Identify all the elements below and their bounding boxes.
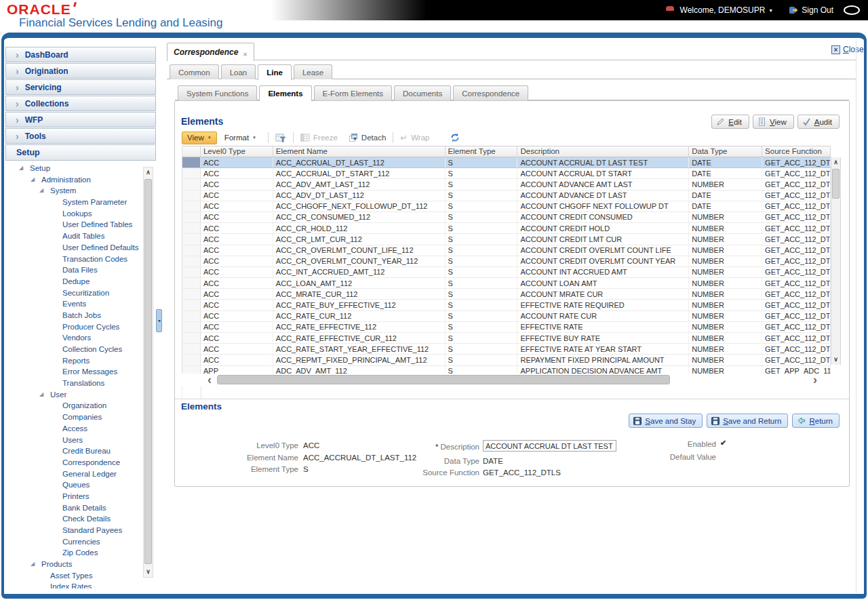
view-menu-button[interactable]: View ▼ bbox=[182, 132, 217, 144]
enabled-check-icon[interactable]: ✔ bbox=[720, 439, 726, 447]
wrap-button[interactable]: ↵ Wrap bbox=[400, 133, 429, 143]
tree-node-asset-types[interactable]: Asset Types bbox=[5, 570, 143, 582]
row-selector-cell[interactable] bbox=[182, 223, 201, 233]
scroll-down-icon[interactable]: ∨ bbox=[831, 355, 840, 365]
row-selector-cell[interactable] bbox=[182, 322, 201, 332]
table-row[interactable]: ACCACC_CR_LMT_CUR_112SACCOUNT CREDIT LMT… bbox=[182, 234, 831, 245]
column-header[interactable]: Description bbox=[517, 146, 689, 157]
tree-node-events[interactable]: Events bbox=[5, 298, 143, 310]
row-selector-cell[interactable] bbox=[182, 366, 201, 374]
tree-node-data-files[interactable]: Data Files bbox=[5, 264, 143, 276]
table-row[interactable]: ACCACC_ACCRUAL_DT_START_112SACCOUNT ACCR… bbox=[182, 168, 831, 179]
table-horizontal-scrollbar[interactable]: ‹ › bbox=[182, 374, 831, 386]
sidebar-item-setup[interactable]: Setup bbox=[5, 144, 156, 161]
sidebar-item-wfp[interactable]: ›WFP bbox=[5, 112, 156, 127]
column-header[interactable]: Element Type bbox=[446, 146, 518, 157]
row-selector-cell[interactable] bbox=[182, 300, 201, 310]
table-row[interactable]: ACCACC_CR_OVERLMT_COUNT_YEAR_112SACCOUNT… bbox=[182, 256, 831, 267]
table-row[interactable]: ACCACC_CR_HOLD_112SACCOUNT CREDIT HOLDNU… bbox=[182, 223, 831, 234]
tree-node-user-defined-tables[interactable]: User Defined Tables bbox=[5, 219, 143, 231]
tree-node-collection-cycles[interactable]: Collection Cycles bbox=[5, 344, 143, 355]
tree-node-general-ledger[interactable]: General Ledger bbox=[5, 468, 143, 480]
column-header[interactable]: Element Name bbox=[273, 146, 446, 157]
scroll-down-icon[interactable]: ∨ bbox=[144, 567, 153, 577]
table-row[interactable]: APPADC_ADV_AMT_112SAPPLICATION DECISION … bbox=[182, 366, 831, 374]
sidebar-scrollbar-thumb[interactable] bbox=[144, 179, 152, 564]
table-vscroll-thumb[interactable] bbox=[832, 169, 840, 199]
table-row[interactable]: ACCACC_RATE_BUY_EFFECTIVE_112SEFFECTIVE … bbox=[182, 300, 831, 311]
expanded-triangle-icon[interactable]: ◢ bbox=[19, 163, 23, 174]
welcome-menu[interactable]: Welcome, DEMOSUPR ▼ bbox=[680, 5, 774, 15]
subtab-documents[interactable]: Documents bbox=[394, 85, 451, 100]
table-row[interactable]: ACCACC_CHGOFF_NEXT_FOLLOWUP_DT_112SACCOU… bbox=[182, 201, 831, 212]
row-selector-cell[interactable] bbox=[182, 267, 201, 277]
tree-node-bank-details[interactable]: Bank Details bbox=[5, 502, 143, 514]
row-selector-cell[interactable] bbox=[182, 201, 201, 212]
sidebar-item-servicing[interactable]: ›Servicing bbox=[5, 79, 156, 95]
sidebar-scrollbar[interactable]: ∧ ∨ bbox=[143, 167, 153, 578]
tree-node-vendors[interactable]: Vendors bbox=[5, 332, 143, 344]
tree-node-user[interactable]: ◢User bbox=[5, 389, 143, 401]
sidebar-item-collections[interactable]: ›Collections bbox=[5, 96, 156, 111]
tree-node-standard-payees[interactable]: Standard Payees bbox=[5, 525, 143, 536]
tree-node-batch-jobs[interactable]: Batch Jobs bbox=[5, 310, 143, 321]
tab-close-icon[interactable]: × bbox=[243, 50, 247, 58]
tree-node-dedupe[interactable]: Dedupe bbox=[5, 276, 143, 287]
doc-tab-correspondence[interactable]: Correspondence × bbox=[167, 43, 254, 61]
scroll-right-icon[interactable]: › bbox=[809, 374, 821, 386]
tab-common[interactable]: Common bbox=[170, 64, 219, 79]
row-selector-cell[interactable] bbox=[182, 168, 201, 178]
row-selector-cell[interactable] bbox=[182, 157, 201, 167]
tree-node-producer-cycles[interactable]: Producer Cycles bbox=[5, 321, 143, 333]
table-row[interactable]: ACCACC_REPMT_FIXED_PRINCIPAL_AMT_112SREP… bbox=[182, 355, 831, 365]
row-selector-cell[interactable] bbox=[182, 234, 201, 244]
tree-node-index-rates[interactable]: Index Rates bbox=[5, 581, 143, 588]
expanded-triangle-icon[interactable]: ◢ bbox=[39, 185, 43, 197]
table-hscroll-thumb[interactable] bbox=[217, 375, 670, 384]
subtab-correspondence[interactable]: Correspondence bbox=[453, 85, 528, 100]
audit-button[interactable]: Audit bbox=[797, 115, 840, 129]
sidebar-item-dashboard[interactable]: ›DashBoard bbox=[5, 47, 156, 62]
table-row[interactable]: ACCACC_RATE_START_YEAR_EFFECTIVE_112SEFF… bbox=[182, 344, 831, 355]
view-button[interactable]: View bbox=[753, 115, 794, 129]
table-row[interactable]: ACCACC_LOAN_AMT_112SACCOUNT LOAN AMTNUMB… bbox=[182, 278, 831, 289]
row-selector-cell[interactable] bbox=[182, 179, 201, 189]
tree-node-error-messages[interactable]: Error Messages bbox=[5, 366, 143, 378]
tree-node-zip-codes[interactable]: Zip Codes bbox=[5, 547, 143, 559]
query-by-example-button[interactable] bbox=[275, 133, 286, 143]
tree-node-printers[interactable]: Printers bbox=[5, 491, 143, 502]
tree-node-correspondence[interactable]: Correspondence bbox=[5, 457, 143, 468]
tab-loan[interactable]: Loan bbox=[221, 64, 256, 79]
row-selector-cell[interactable] bbox=[182, 289, 201, 299]
tree-node-organization[interactable]: Organization bbox=[5, 400, 143, 412]
tree-node-lookups[interactable]: Lookups bbox=[5, 208, 143, 220]
refresh-button[interactable] bbox=[450, 132, 460, 143]
scroll-left-icon[interactable]: ‹ bbox=[203, 374, 216, 386]
table-row[interactable]: ACCACC_RATE_EFFECTIVE_CUR_112SEFFECTIVE … bbox=[182, 333, 831, 344]
table-row[interactable]: ACCACC_RATE_EFFECTIVE_112SEFFECTIVE RATE… bbox=[182, 322, 831, 333]
close-button[interactable]: × Close bbox=[831, 45, 864, 54]
tree-node-securitization[interactable]: Securitization bbox=[5, 287, 143, 299]
tree-node-system[interactable]: ◢System bbox=[5, 185, 143, 197]
table-row[interactable]: ACCACC_ACCRUAL_DT_LAST_112SACCOUNT ACCRU… bbox=[182, 157, 831, 168]
sidebar-item-origination[interactable]: ›Origination bbox=[5, 63, 156, 79]
tree-node-reports[interactable]: Reports bbox=[5, 355, 143, 367]
sign-out-button[interactable]: Sign Out bbox=[789, 5, 833, 15]
save-and-stay-button[interactable]: Save and Stay bbox=[629, 414, 703, 428]
row-selector-cell[interactable] bbox=[182, 355, 201, 365]
tree-node-companies[interactable]: Companies bbox=[5, 412, 143, 423]
row-selector-cell[interactable] bbox=[182, 344, 201, 354]
edit-button[interactable]: Edit bbox=[711, 115, 749, 129]
row-selector-cell[interactable] bbox=[182, 311, 201, 321]
sidebar-splitter-handle[interactable]: ◄ bbox=[156, 309, 162, 332]
table-row[interactable]: ACCACC_ADV_AMT_LAST_112SACCOUNT ADVANCE … bbox=[182, 179, 831, 190]
session-oval-icon[interactable] bbox=[844, 5, 860, 15]
expanded-triangle-icon[interactable]: ◢ bbox=[31, 174, 35, 186]
tree-node-administration[interactable]: ◢Administration bbox=[5, 174, 143, 186]
tab-lease[interactable]: Lease bbox=[294, 64, 332, 79]
return-button[interactable]: Return bbox=[792, 414, 840, 428]
row-selector-cell[interactable] bbox=[182, 278, 201, 288]
tree-node-transaction-codes[interactable]: Transaction Codes bbox=[5, 254, 143, 265]
tree-node-products[interactable]: ◢Products bbox=[5, 559, 143, 570]
tab-line[interactable]: Line bbox=[258, 64, 292, 80]
